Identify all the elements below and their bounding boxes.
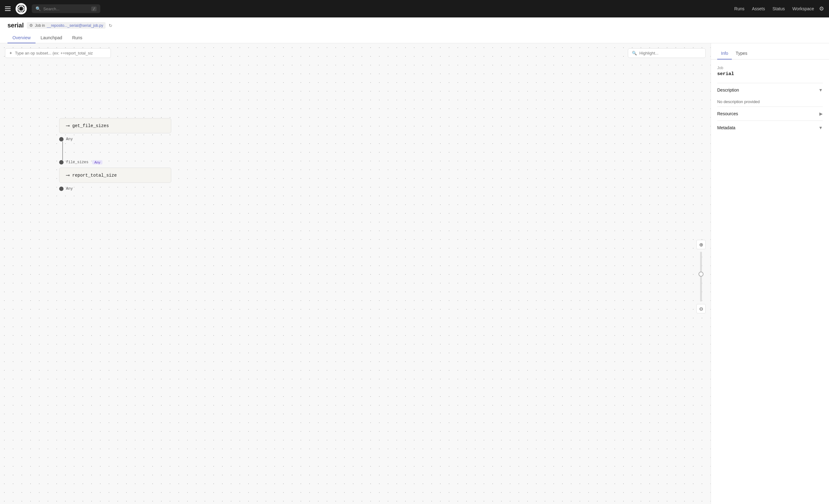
panel-metadata-section[interactable]: Metadata ▼	[717, 120, 823, 135]
job-badge-text: Job in	[35, 23, 45, 28]
hamburger-menu[interactable]	[5, 6, 10, 11]
resources-arrow: ▶	[819, 111, 823, 116]
right-panel: Info Types Job serial Description ▼ No d…	[711, 43, 829, 504]
output-connector-label-2: Any	[66, 187, 73, 191]
job-icon: ⚙	[29, 23, 33, 28]
panel-resources-section[interactable]: Resources ▶	[717, 107, 823, 120]
tab-runs[interactable]: Runs	[67, 33, 87, 43]
filter-bar: ✦ 🔍	[5, 48, 706, 58]
zoom-out-button[interactable]: ⊖	[696, 304, 706, 313]
nav-workspace[interactable]: Workspace	[792, 6, 814, 11]
job-badge: ⚙ Job in __reposito..._serial@serial_job…	[27, 22, 106, 29]
nav-assets[interactable]: Assets	[752, 6, 765, 11]
panel-tab-info[interactable]: Info	[717, 48, 732, 60]
output-connector-dot-1	[59, 137, 64, 141]
job-path[interactable]: __reposito..._serial@serial_job.py	[47, 23, 103, 28]
zoom-controls: ⊕ ⊖	[696, 240, 706, 313]
settings-icon[interactable]: ⚙	[819, 5, 824, 12]
panel-tabs: Info Types	[711, 43, 829, 60]
search-bar[interactable]: 🔍 Search... /	[32, 4, 100, 13]
filter-icon: ✦	[9, 51, 12, 56]
connector-line	[62, 141, 63, 160]
description-content: No description provided	[717, 97, 823, 107]
node-op-icon: ⊸	[66, 123, 70, 129]
zoom-in-icon: ⊕	[699, 242, 703, 248]
description-arrow: ▼	[819, 87, 823, 93]
metadata-arrow: ▼	[819, 125, 823, 130]
app-logo	[15, 3, 27, 14]
op-filter-input[interactable]: ✦	[5, 48, 111, 58]
node-op-icon-2: ⊸	[66, 172, 70, 178]
page-header: serial ⚙ Job in __reposito..._serial@ser…	[0, 17, 829, 43]
panel-job-label: Job	[717, 66, 823, 70]
node-label-get-file-sizes: get_file_sizes	[72, 123, 109, 128]
zoom-slider-track	[700, 252, 702, 301]
highlight-text-input[interactable]	[639, 51, 701, 56]
metadata-label: Metadata	[717, 125, 735, 130]
search-placeholder: Search...	[43, 6, 89, 11]
svg-point-0	[17, 5, 25, 13]
output-connector-label-1: Any	[66, 137, 73, 141]
panel-body: Job serial Description ▼ No description …	[711, 60, 829, 504]
panel-description-section[interactable]: Description ▼	[717, 83, 823, 97]
search-icon: 🔍	[36, 6, 41, 11]
zoom-in-button[interactable]: ⊕	[696, 240, 706, 249]
filter-text-input[interactable]	[15, 51, 107, 56]
panel-job-name: serial	[717, 71, 823, 77]
zoom-out-icon: ⊖	[699, 306, 703, 312]
tab-overview[interactable]: Overview	[7, 33, 36, 43]
zoom-slider-thumb[interactable]	[698, 272, 704, 277]
page-tabs: Overview Launchpad Runs	[7, 33, 822, 43]
search-shortcut: /	[91, 6, 97, 11]
input-connector-label-2: file_sizes	[66, 160, 88, 165]
nav-runs[interactable]: Runs	[734, 6, 745, 11]
highlight-search-icon: 🔍	[632, 51, 637, 56]
graph-area[interactable]: ✦ 🔍 ⊸ get_file_sizes Any	[0, 43, 711, 504]
input-type-badge-2: Any	[92, 160, 103, 165]
highlight-input[interactable]: 🔍	[628, 48, 706, 58]
node-get-file-sizes[interactable]: ⊸ get_file_sizes	[59, 118, 171, 133]
node-report-total-size[interactable]: ⊸ report_total_size	[59, 168, 171, 183]
node-label-report-total-size: report_total_size	[72, 173, 117, 178]
page-title: serial	[7, 22, 24, 29]
resources-label: Resources	[717, 111, 738, 116]
tab-launchpad[interactable]: Launchpad	[36, 33, 67, 43]
nav-links: Runs Assets Status Workspace	[734, 6, 814, 11]
panel-tab-types[interactable]: Types	[732, 48, 751, 60]
refresh-icon[interactable]: ↻	[109, 23, 112, 28]
top-navigation: 🔍 Search... / Runs Assets Status Workspa…	[0, 0, 829, 17]
nav-status[interactable]: Status	[772, 6, 785, 11]
main-content: ✦ 🔍 ⊸ get_file_sizes Any	[0, 43, 829, 504]
description-label: Description	[717, 87, 739, 93]
input-connector-dot-2	[59, 160, 64, 165]
output-connector-dot-2	[59, 187, 64, 191]
